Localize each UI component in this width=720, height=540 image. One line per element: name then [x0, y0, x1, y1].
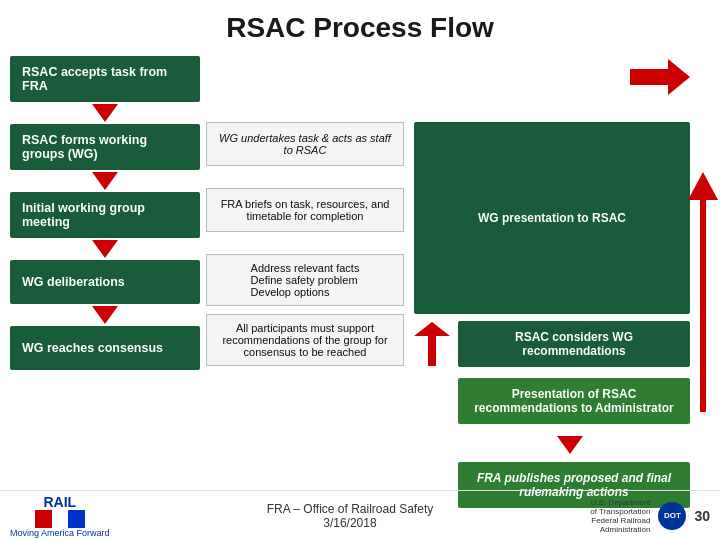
arrow-spacer-3 — [10, 238, 200, 260]
svg-marker-1 — [414, 322, 450, 366]
right-spacer-1 — [414, 100, 690, 122]
right-row-2: RSAC considers WG recommendations — [414, 322, 690, 366]
initial-meeting-box: Initial working group meeting — [10, 192, 200, 238]
top-right-arrow-container — [414, 56, 690, 100]
presentation-rsac-box: Presentation of RSAC recommendations to … — [458, 378, 690, 424]
footer-center: FRA – Office of Railroad Safety 3/16/201… — [267, 502, 434, 530]
footer-right: U.S. Department of Transportation Federa… — [590, 498, 710, 534]
mid-box-fra-briefs: FRA briefs on task, resources, and timet… — [206, 188, 404, 232]
down-arrow-2 — [92, 172, 118, 190]
footer-left: RAIL Moving America Forward — [10, 494, 110, 538]
wg-presentation-box: WG presentation to RSAC — [414, 122, 690, 314]
page-number: 30 — [694, 508, 710, 524]
mid-column: WG undertakes task & acts as staff to RS… — [200, 56, 410, 512]
flow-diagram: RSAC accepts task from FRA RSAC forms wo… — [0, 52, 720, 512]
mid-box-all-participants: All participants must support recommenda… — [206, 314, 404, 366]
vertical-red-arrow — [688, 172, 718, 412]
mid-gap-1 — [206, 166, 404, 188]
right-down-arrow — [414, 436, 690, 458]
dot-logo: DOT — [658, 502, 686, 530]
wg-consensus-box: WG reaches consensus — [10, 326, 200, 370]
mid-box-address: Address relevant facts Define safety pro… — [206, 254, 404, 306]
down-arrow-3 — [92, 240, 118, 258]
rsac-considers-box: RSAC considers WG recommendations — [458, 321, 690, 367]
rsac-forms-box: RSAC forms working groups (WG) — [10, 124, 200, 170]
wg-deliberations-box: WG deliberations — [10, 260, 200, 304]
down-arrow-1 — [92, 104, 118, 122]
arrow-spacer-4 — [10, 304, 200, 326]
rail-flag — [35, 510, 85, 528]
page-title: RSAC Process Flow — [0, 0, 720, 52]
large-right-arrow-svg — [630, 59, 690, 95]
right-row-3: Presentation of RSAC recommendations to … — [414, 374, 690, 428]
svg-marker-0 — [630, 59, 690, 95]
footer-line1: FRA – Office of Railroad Safety — [267, 502, 434, 516]
left-column: RSAC accepts task from FRA RSAC forms wo… — [10, 56, 200, 512]
rail-text: RAIL — [43, 494, 76, 510]
arrow-spacer-1 — [10, 102, 200, 124]
rail-logo: RAIL Moving America Forward — [10, 494, 110, 538]
down-arrow-right — [557, 436, 583, 454]
mid-gap-2 — [206, 232, 404, 254]
moving-text: Moving America Forward — [10, 528, 110, 538]
footer-org: U.S. Department of Transportation Federa… — [590, 498, 650, 534]
footer-line2: 3/16/2018 — [267, 516, 434, 530]
h-arrow-row1 — [206, 100, 404, 122]
mid-spacer-1 — [206, 56, 404, 100]
arrow-spacer-2 — [10, 170, 200, 192]
svg-marker-2 — [688, 172, 718, 412]
right-column: WG presentation to RSAC RSAC considers W… — [410, 56, 690, 512]
mid-box-wg-undertakes: WG undertakes task & acts as staff to RS… — [206, 122, 404, 166]
up-arrow-container — [414, 322, 450, 366]
mid-gap-3 — [206, 306, 404, 314]
footer: RAIL Moving America Forward FRA – Office… — [0, 490, 720, 540]
rsac-accepts-box: RSAC accepts task from FRA — [10, 56, 200, 102]
up-arrow-svg — [414, 322, 450, 366]
down-arrow-4 — [92, 306, 118, 324]
